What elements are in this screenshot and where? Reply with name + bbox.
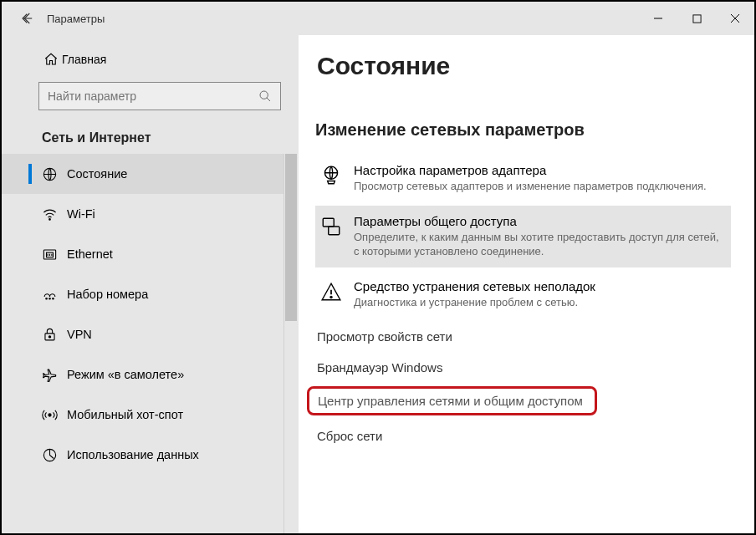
nav-item-label: VPN [67,328,92,341]
svg-point-16 [330,296,332,298]
setting-desc: Определите, к каким данным вы хотите пре… [354,230,726,259]
svg-point-8 [53,298,54,299]
sidebar: Главная Сеть и Интернет Состояние [2,35,299,533]
sidebar-category-title: Сеть и Интернет [2,110,299,154]
hotspot-icon [42,407,67,423]
adapter-icon [320,163,354,194]
minimize-button[interactable] [639,2,677,35]
airplane-icon [42,367,67,383]
troubleshoot-row[interactable]: Средство устранения сетевых неполадок Ди… [315,271,731,318]
nav-item-label: Wi-Fi [67,207,95,221]
nav-item-label: Режим «в самолете» [67,368,184,381]
window-title: Параметры [43,13,105,25]
nav-item-label: Состояние [67,167,127,181]
titlebar: Параметры [2,2,754,35]
page-title: Состояние [315,52,731,80]
svg-point-7 [49,298,51,299]
nav-item-wifi[interactable]: Wi-Fi [2,194,299,234]
nav-item-vpn[interactable]: VPN [2,314,299,354]
setting-title: Настройка параметров адаптера [354,163,726,177]
nav-home-label: Главная [62,53,106,66]
status-icon [42,166,67,182]
nav-item-airplane[interactable]: Режим «в самолете» [2,354,299,395]
svg-point-10 [49,335,50,337]
svg-point-3 [49,218,51,220]
ethernet-icon [42,247,67,262]
home-icon [43,52,62,67]
scrollbar-thumb[interactable] [285,154,297,321]
sidebar-scrollbar[interactable] [284,154,299,533]
link-view-properties[interactable]: Просмотр свойств сети [315,321,731,352]
svg-rect-0 [692,14,700,22]
maximize-button[interactable] [677,2,716,35]
link-reset-network[interactable]: Сброс сети [315,420,731,451]
link-network-center[interactable]: Центр управления сетями и общим доступом [307,386,597,415]
dialup-icon [42,287,67,303]
sharing-settings-row[interactable]: Параметры общего доступа Определите, к к… [315,206,731,268]
link-firewall[interactable]: Брандмауэр Windows [315,352,731,383]
nav-item-label: Мобильный хот-спот [67,408,183,421]
setting-title: Параметры общего доступа [354,214,726,228]
search-box[interactable] [38,82,281,110]
nav-item-status[interactable]: Состояние [2,154,299,194]
section-title: Изменение сетевых параметров [315,120,731,140]
svg-rect-15 [329,227,340,235]
setting-desc: Диагностика и устранение проблем с сетью… [354,295,726,310]
svg-point-6 [46,298,48,299]
nav-item-label: Ethernet [67,247,113,261]
setting-title: Средство устранения сетевых неполадок [354,279,726,293]
nav-item-label: Набор номера [67,288,148,301]
wifi-icon [42,206,67,222]
close-button[interactable] [716,2,754,35]
nav-home[interactable]: Главная [2,48,299,74]
nav-item-label: Использование данных [67,448,199,461]
svg-point-11 [49,413,51,415]
svg-point-1 [260,91,268,99]
sharing-icon [320,214,354,259]
svg-rect-14 [323,218,334,227]
back-button[interactable] [12,2,43,35]
nav-item-hotspot[interactable]: Мобильный хот-спот [2,395,299,435]
vpn-icon [42,327,67,343]
search-input[interactable] [48,89,258,103]
maximize-icon [692,14,702,23]
close-icon [730,13,740,23]
nav-item-datausage[interactable]: Использование данных [2,435,299,475]
setting-desc: Просмотр сетевых адаптеров и изменение п… [354,179,726,194]
data-usage-icon [42,447,67,463]
main-content: Состояние Изменение сетевых параметров Н… [299,35,754,533]
search-icon [258,89,272,103]
minimize-icon [653,13,663,23]
nav-list: Состояние Wi-Fi Ethernet [2,154,299,533]
adapter-settings-row[interactable]: Настройка параметров адаптера Просмотр с… [315,155,731,202]
nav-item-dialup[interactable]: Набор номера [2,274,299,314]
warning-icon [320,279,354,310]
nav-item-ethernet[interactable]: Ethernet [2,234,299,274]
